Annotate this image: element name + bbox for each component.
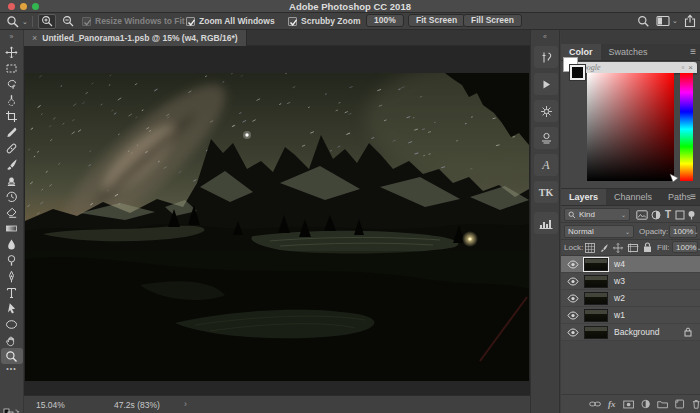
document-image[interactable] bbox=[25, 73, 529, 381]
layer-row-w4[interactable]: w4 bbox=[561, 256, 700, 273]
panel-menu-icon[interactable]: ≡ bbox=[690, 46, 696, 57]
hand-tool[interactable] bbox=[1, 332, 23, 348]
visibility-eye-icon[interactable] bbox=[567, 328, 579, 337]
healing-brush-tool[interactable] bbox=[1, 140, 23, 156]
resize-windows-checkbox[interactable]: Resize Windows to Fit bbox=[82, 16, 185, 26]
swap-colors-button[interactable] bbox=[3, 404, 21, 413]
share-button[interactable] bbox=[684, 14, 696, 28]
canvas-area[interactable] bbox=[24, 46, 530, 395]
color-panel-tabs: Color Swatches ≡ bbox=[561, 44, 700, 61]
layer-row-w1[interactable]: w1 bbox=[561, 307, 700, 324]
blend-mode-value: Normal bbox=[568, 227, 625, 236]
layer-thumbnail[interactable] bbox=[584, 275, 608, 288]
clone-stamp-tool[interactable] bbox=[1, 172, 23, 188]
eyedropper-tool[interactable] bbox=[1, 124, 23, 140]
filter-adjustment-layers-icon[interactable] bbox=[651, 210, 661, 220]
lasso-tool[interactable] bbox=[1, 76, 23, 92]
link-layers-button[interactable] bbox=[589, 400, 601, 408]
new-layer-button[interactable] bbox=[675, 399, 684, 409]
filter-panel-icon[interactable] bbox=[534, 100, 558, 122]
actions-panel-icon[interactable] bbox=[534, 73, 558, 95]
delete-layer-button[interactable] bbox=[692, 399, 700, 409]
pen-tool[interactable] bbox=[1, 268, 23, 284]
gradient-tool[interactable] bbox=[1, 220, 23, 236]
search-button[interactable] bbox=[637, 15, 650, 28]
filter-smart-objects-icon[interactable] bbox=[687, 210, 696, 220]
zoom-level-field[interactable]: 15.04% bbox=[36, 400, 65, 410]
zoom-out-button[interactable] bbox=[59, 14, 77, 29]
adjustments-panel-icon[interactable] bbox=[534, 127, 558, 149]
tk-actions-panel-icon[interactable]: TK bbox=[534, 181, 558, 203]
panel-menu-icon[interactable]: ≡ bbox=[690, 191, 696, 202]
blend-mode-dropdown[interactable]: Normal ⌄ bbox=[564, 225, 634, 238]
blur-tool[interactable] bbox=[1, 236, 23, 252]
histogram-panel-icon[interactable] bbox=[534, 212, 558, 234]
status-options-chevron[interactable]: › bbox=[184, 399, 187, 409]
zoom-100-button[interactable]: 100% bbox=[366, 14, 404, 27]
lock-label: Lock: bbox=[564, 243, 583, 252]
window-close-icon[interactable]: × bbox=[688, 63, 693, 72]
add-mask-button[interactable] bbox=[623, 400, 634, 409]
history-brush-tool[interactable] bbox=[1, 188, 23, 204]
scrubby-zoom-checkbox[interactable]: Scrubby Zoom bbox=[288, 16, 361, 26]
window-minimize-icon[interactable]: ▫ bbox=[681, 63, 684, 72]
marquee-tool[interactable] bbox=[1, 60, 23, 76]
color-panel-background-swatch[interactable] bbox=[570, 65, 585, 80]
crop-tool[interactable] bbox=[1, 108, 23, 124]
quick-selection-tool[interactable] bbox=[1, 92, 23, 108]
layer-thumbnail[interactable] bbox=[584, 292, 608, 305]
workspace-switcher[interactable]: ⌄ bbox=[656, 15, 678, 27]
dock-expand-button[interactable]: « bbox=[531, 30, 559, 44]
path-selection-tool[interactable] bbox=[1, 300, 23, 316]
tab-swatches[interactable]: Swatches bbox=[601, 44, 656, 60]
layer-thumbnail[interactable] bbox=[584, 309, 608, 322]
move-tool[interactable] bbox=[1, 44, 23, 60]
lock-position-icon[interactable] bbox=[613, 243, 623, 253]
layer-row-background[interactable]: Background bbox=[561, 324, 700, 341]
zoom-in-button[interactable] bbox=[38, 14, 56, 29]
dodge-tool[interactable] bbox=[1, 252, 23, 268]
layer-style-button[interactable]: fx bbox=[608, 399, 616, 409]
visibility-eye-icon[interactable] bbox=[567, 294, 579, 303]
fill-field[interactable]: 100% ⌄ bbox=[672, 241, 698, 253]
new-adjustment-button[interactable] bbox=[641, 399, 650, 409]
brush-tool[interactable] bbox=[1, 156, 23, 172]
tool-preset-picker[interactable]: ⌄ bbox=[6, 15, 28, 28]
shape-tool[interactable] bbox=[1, 316, 23, 332]
fit-screen-button[interactable]: Fit Screen bbox=[408, 14, 465, 27]
filter-type-layers-icon[interactable]: T bbox=[665, 209, 671, 220]
eraser-tool[interactable] bbox=[1, 204, 23, 220]
color-cube[interactable] bbox=[587, 73, 674, 181]
tab-channels[interactable]: Channels bbox=[606, 189, 660, 205]
opacity-field[interactable]: 100% ⌄ bbox=[669, 225, 697, 238]
toolbar-collapse-button[interactable]: » bbox=[0, 30, 23, 44]
layer-row-w2[interactable]: w2 bbox=[561, 290, 700, 307]
layer-thumbnail[interactable] bbox=[584, 258, 608, 271]
zoom-tool[interactable] bbox=[1, 348, 23, 364]
edit-toolbar-button[interactable]: ••• bbox=[0, 364, 23, 376]
filter-shape-layers-icon[interactable] bbox=[675, 210, 685, 220]
document-tab[interactable]: × Untitled_Panorama1-1.psb @ 15% (w4, RG… bbox=[24, 30, 247, 46]
lock-all-icon[interactable] bbox=[643, 242, 652, 253]
filter-pixel-layers-icon[interactable] bbox=[636, 210, 648, 220]
layer-thumbnail[interactable] bbox=[584, 326, 608, 339]
layer-name: w2 bbox=[614, 293, 625, 303]
lock-pixels-icon[interactable] bbox=[599, 243, 609, 253]
lock-artboard-icon[interactable] bbox=[627, 243, 639, 253]
visibility-eye-icon[interactable] bbox=[567, 260, 579, 269]
kind-filter-dropdown[interactable]: Kind ⌄ bbox=[564, 208, 630, 221]
visibility-eye-icon[interactable] bbox=[567, 277, 579, 286]
character-styles-panel-icon[interactable]: A bbox=[534, 154, 558, 176]
close-document-icon[interactable]: × bbox=[32, 33, 37, 43]
fill-screen-button[interactable]: Fill Screen bbox=[463, 14, 522, 27]
layer-row-w3[interactable]: w3 bbox=[561, 273, 700, 290]
new-group-button[interactable] bbox=[657, 400, 668, 409]
hue-slider[interactable] bbox=[680, 73, 693, 181]
google-floating-window[interactable]: Google ▫ × bbox=[569, 62, 697, 73]
lock-transparency-icon[interactable] bbox=[585, 243, 595, 253]
zoom-all-windows-checkbox[interactable]: Zoom All Windows bbox=[186, 16, 275, 26]
visibility-eye-icon[interactable] bbox=[567, 311, 579, 320]
type-tool[interactable] bbox=[1, 284, 23, 300]
tab-layers[interactable]: Layers bbox=[561, 189, 606, 205]
brushes-panel-icon[interactable] bbox=[534, 46, 558, 68]
